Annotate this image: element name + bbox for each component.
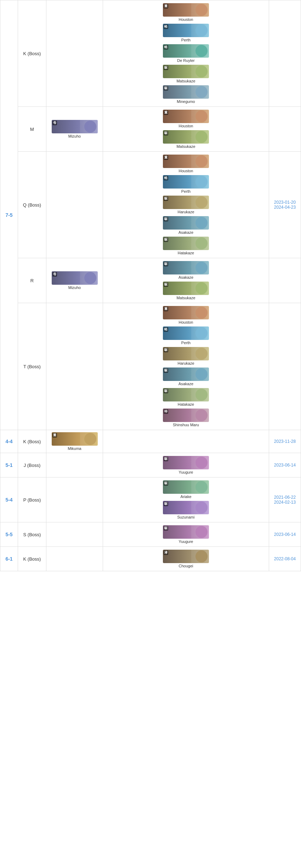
table-row: 5-4P (Boss)駆Ariake駆Suzunami2021-06-22 20… [0, 478, 301, 522]
ship-face [195, 389, 208, 401]
ship-name-label: Yuugure [179, 539, 193, 544]
ship-card: 駆 [163, 130, 209, 144]
ship-type-tag: 駆 [164, 502, 168, 506]
ship-name-label: Yuugure [179, 470, 193, 474]
flagship-cell [46, 303, 103, 430]
ship-item: 駆Yuugure [163, 456, 209, 474]
ship-name-label: Houston [179, 17, 193, 22]
ship-name-label: Shinshuu Maru [173, 423, 199, 427]
ship-type-tag: 駆 [164, 389, 168, 393]
dates-cell: 2023-01-20 2024-04-23 [269, 152, 301, 258]
map-cell: 4-4 [0, 430, 18, 453]
ship-face [195, 457, 208, 469]
ship-item: 駆Asakaze [163, 261, 209, 279]
flagship-name-label: Mizuho [68, 285, 81, 290]
ship-card: 駆 [163, 65, 209, 78]
table-row: 5-1J (Boss)駆Yuugure2023-06-14 [0, 453, 301, 478]
ship-card: 潜 [163, 550, 209, 563]
ship-type-tag: 駆 [164, 457, 168, 461]
enemies-container: 潜Chougei [105, 549, 267, 569]
ship-card: 重 [163, 306, 209, 319]
ship-name-label: Houston [179, 124, 193, 128]
node-cell: P (Boss) [18, 478, 46, 522]
enemies-cell: 重Houston軽Perth軽De Ruyter駆Matsukaze駆Mineg… [103, 0, 269, 107]
ship-card: 駆 [163, 456, 209, 469]
ship-face [195, 262, 208, 274]
ship-face [195, 282, 208, 294]
enemies-cell: 駆Yuugure [103, 453, 269, 478]
table-row: 6-1K (Boss)潜Chougei2022-08-04 [0, 547, 301, 571]
dates-cell: 2021-06-22 2024-02-13 [269, 478, 301, 522]
flagship-item: 母Mizuho [49, 120, 101, 138]
ship-card: 重 [163, 110, 209, 123]
enemies-cell: 駆Ariake駆Suzunami [103, 478, 269, 522]
ship-card: 軽 [163, 24, 209, 37]
table-row: 5-5S (Boss)駆Yuugure2023-06-14 [0, 522, 301, 547]
ship-item: 駆Asakaze [163, 216, 209, 235]
enemies-container: 重Houston軽Perth駆Harukaze駆Asakaze駆Hatakaze [105, 154, 267, 256]
dates-cell: 2023-11-28 [269, 430, 301, 453]
ship-type-tag: 軽 [164, 176, 168, 180]
ship-item: 重Houston [163, 306, 209, 324]
flagship-name-label: Mizuho [68, 134, 81, 138]
ship-name-label: Minegumo [177, 99, 195, 104]
dates-cell [269, 303, 301, 430]
ship-item: 駆Hatakaze [163, 237, 209, 255]
flagship-cell [46, 547, 103, 571]
ship-name-label: Matsukaze [176, 144, 195, 149]
ship-item: 駆Matsukaze [163, 282, 209, 300]
ship-type-tag: 軽 [164, 24, 168, 29]
ship-face [195, 348, 208, 360]
ship-card: 軽 [163, 175, 209, 189]
table-row: Q (Boss)重Houston軽Perth駆Harukaze駆Asakaze駆… [0, 152, 301, 258]
enemies-cell: 重Houston駆Matsukaze [103, 107, 269, 152]
ship-item: 駆Suzunami [163, 501, 209, 519]
ship-card: 駆 [163, 501, 209, 514]
enemies-cell [103, 430, 269, 453]
ship-name-label: Hatakaze [178, 402, 194, 406]
ship-name-label: Matsukaze [176, 79, 195, 83]
ship-face [195, 237, 208, 249]
ship-face [195, 131, 208, 143]
ship-face [195, 24, 208, 36]
table-row: 7-5K (Boss)重Houston軽Perth軽De Ruyter駆Mats… [0, 0, 301, 107]
ship-type-tag: 駆 [164, 65, 168, 70]
ship-item: 軽Perth [163, 326, 209, 345]
enemies-container: 重Houston軽Perth軽De Ruyter駆Matsukaze駆Mineg… [105, 2, 267, 104]
ship-card: 駆 [163, 282, 209, 295]
ship-card: 駆 [163, 525, 209, 539]
enemies-cell: 潜Chougei [103, 547, 269, 571]
ship-type-tag: 駆 [164, 131, 168, 135]
ship-face [195, 217, 208, 229]
ship-face [195, 502, 208, 514]
ship-item: 駆Matsukaze [163, 130, 209, 149]
ship-name-label: Chougei [179, 564, 193, 568]
ship-name-label: Asakaze [178, 382, 193, 386]
ship-type-tag: 駆 [164, 196, 168, 201]
flagship-cell [46, 152, 103, 258]
ship-type-tag: 駆 [164, 262, 168, 266]
table-row: 4-4K (Boss)重Mikuma2023-11-28 [0, 430, 301, 453]
flagship-cell [46, 478, 103, 522]
ship-type-tag: 軽 [164, 327, 168, 332]
ship-card: 駆 [163, 480, 209, 494]
enemies-container: 重Houston駆Matsukaze [105, 109, 267, 149]
dates-cell: 2022-08-04 [269, 547, 301, 571]
ship-face [195, 86, 208, 98]
table-row: M母Mizuho重Houston駆Matsukaze [0, 107, 301, 152]
enemy-table: 7-5K (Boss)重Houston軽Perth軽De Ruyter駆Mats… [0, 0, 301, 571]
ship-face [195, 65, 208, 77]
enemies-container: 重Houston軽Perth駆Harukaze駆Asakaze駆Hatakaze… [105, 305, 267, 428]
dates-cell: 2023-06-14 [269, 453, 301, 478]
ship-item: 特Shinshuu Maru [163, 409, 209, 427]
flagship-cell: 母Mizuho [46, 258, 103, 303]
enemies-container: 駆Yuugure [105, 525, 267, 544]
ship-item: 軽Perth [163, 24, 209, 42]
map-cell: 5-1 [0, 453, 18, 478]
ship-item: 軽De Ruyter [163, 44, 209, 63]
table-row: R母Mizuho駆Asakaze駆Matsukaze [0, 258, 301, 303]
map-cell: 7-5 [0, 0, 18, 430]
map-cell: 6-1 [0, 547, 18, 571]
ship-type-tag: 重 [164, 155, 168, 160]
ship-card: 特 [163, 409, 209, 422]
